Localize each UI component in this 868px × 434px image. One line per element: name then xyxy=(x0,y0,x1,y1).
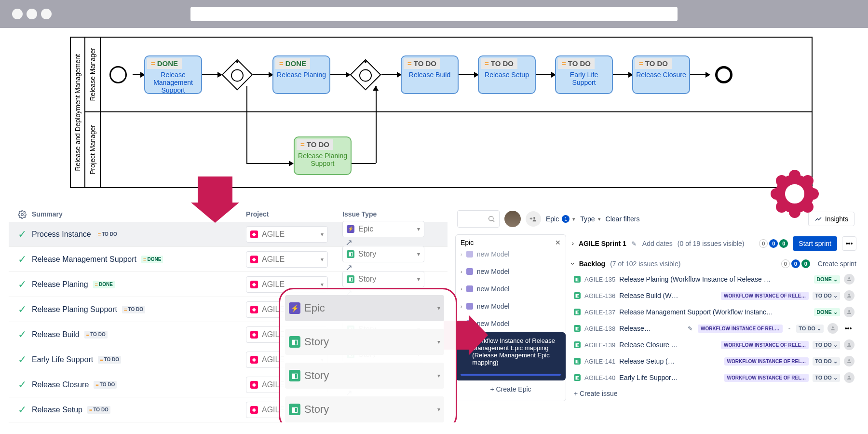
epic-filter[interactable]: Epic 1 ▾ xyxy=(546,215,575,223)
chevron-right-icon[interactable]: › xyxy=(572,240,574,247)
status-pill[interactable]: DONE ⌄ xyxy=(814,308,840,316)
pencil-icon[interactable]: ✎ xyxy=(631,240,637,247)
issue-type-select-zoom[interactable]: ◧Story▾ xyxy=(285,396,444,422)
issue-title: Release Closure … xyxy=(619,341,717,349)
epic-lozenge[interactable]: WORKFLOW INSTANCE OF REL… xyxy=(724,357,809,366)
status-chip: DONE xyxy=(275,58,310,69)
issuetype-icon: ◧ xyxy=(289,370,300,381)
status-pill[interactable]: TO DO ⌄ xyxy=(796,325,824,333)
close-icon[interactable]: ✕ xyxy=(555,239,561,246)
status-chip: TO DO xyxy=(404,58,440,69)
assignee-avatar[interactable] xyxy=(844,307,854,317)
issue-type-select[interactable]: ⚡Epic▾ xyxy=(342,221,424,237)
issue-title: Early Life Suppor… xyxy=(619,374,720,381)
issue-key: AGILE-139 xyxy=(584,341,615,349)
backlog-title[interactable]: Backlog xyxy=(579,260,605,268)
backlog-issue-row[interactable]: ◧AGILE-138Release…✎WORKFLOW INSTANCE OF … xyxy=(572,320,856,337)
url-bar[interactable] xyxy=(190,7,678,21)
epic-item[interactable]: ›new Model xyxy=(456,263,566,280)
status-chip: TO DO xyxy=(122,306,145,313)
add-dates[interactable]: Add dates xyxy=(642,240,673,247)
assignee-avatar[interactable] xyxy=(827,323,838,334)
create-sprint-button[interactable]: Create sprint xyxy=(818,260,856,268)
backlog-issue-row[interactable]: ◧AGILE-135Release Planing (Workflow Inst… xyxy=(572,271,856,287)
row-summary: Process Instance xyxy=(32,230,91,239)
assignee-avatar[interactable] xyxy=(844,339,854,350)
chevron-down-icon[interactable]: › xyxy=(569,263,577,265)
start-sprint-button[interactable]: Start sprint xyxy=(793,236,837,251)
table-row[interactable]: ✓Release Management SupportDONE◆AGILE▾◧S… xyxy=(9,247,448,272)
search-input[interactable] xyxy=(457,210,500,228)
type-filter[interactable]: Type▾ xyxy=(580,215,600,223)
issue-type-select-zoom[interactable]: ◧Story▾ xyxy=(285,363,444,389)
issuetype-icon: ◧ xyxy=(347,250,354,258)
lane-label: Release Manager xyxy=(89,48,96,101)
lane-release-manager: Release Manager DONE Release Management … xyxy=(85,38,812,112)
epic-item[interactable]: ›new Model xyxy=(456,298,566,315)
backlog-issue-row[interactable]: ◧AGILE-141Release Setup (…WORKFLOW INSTA… xyxy=(572,353,856,369)
project-select[interactable]: ◆AGILE▾ xyxy=(246,226,328,243)
pool-title: Release and Deployment Management xyxy=(71,38,85,187)
backlog-issue-row[interactable]: ◧AGILE-140Early Life Suppor…WORKFLOW INS… xyxy=(572,369,856,386)
add-people-button[interactable] xyxy=(526,211,541,227)
backlog-issue-row[interactable]: ◧AGILE-139Release Closure …WORKFLOW INST… xyxy=(572,337,856,353)
assignee-avatar[interactable] xyxy=(844,356,854,366)
epic-item[interactable]: ›new Model xyxy=(456,250,566,263)
issue-title: Release Build (W… xyxy=(619,292,717,299)
issue-key: AGILE-138 xyxy=(584,325,615,332)
more-icon[interactable]: ••• xyxy=(842,236,856,251)
task-release-mgmt-support[interactable]: DONE Release Management Support xyxy=(144,55,202,94)
task-release-closure[interactable]: TO DO Release Closure xyxy=(632,55,690,94)
issue-type-select-zoom[interactable]: ⚡Epic▾ xyxy=(285,295,444,321)
assignee-avatar[interactable] xyxy=(844,274,854,285)
task-release-planing[interactable]: DONE Release Planing xyxy=(272,55,330,94)
check-icon: ✓ xyxy=(13,379,32,391)
issue-title: Release Setup (… xyxy=(619,357,720,365)
status-pill[interactable]: DONE ⌄ xyxy=(814,275,840,284)
issuetype-icon: ◧ xyxy=(574,276,581,283)
task-early-life-support[interactable]: TO DO Early Life Support xyxy=(555,55,613,94)
assignee-avatar[interactable] xyxy=(844,290,854,301)
gear-icon[interactable] xyxy=(13,210,32,219)
issue-type-select-zoom[interactable]: ◧Story▾ xyxy=(285,329,444,355)
issue-type-select[interactable]: ◧Story▾ xyxy=(342,271,424,287)
status-pill[interactable]: TO DO ⌄ xyxy=(813,341,840,349)
backlog-issue-row[interactable]: ◧AGILE-136Release Build (W…WORKFLOW INST… xyxy=(572,287,856,304)
create-issue-button[interactable]: + Create issue xyxy=(572,386,856,401)
issue-count-badges: 000 xyxy=(759,239,788,248)
project-icon: ◆ xyxy=(250,331,258,339)
epic-color-icon xyxy=(466,285,473,292)
task-release-planing-support[interactable]: TO DO Release Planing Support xyxy=(294,136,352,175)
epic-lozenge[interactable]: WORKFLOW INSTANCE OF REL… xyxy=(724,374,809,382)
check-icon: ✓ xyxy=(13,404,32,416)
sprint-name[interactable]: AGILE Sprint 1 xyxy=(579,240,626,247)
status-chip: TO DO xyxy=(96,231,119,238)
epic-item[interactable]: ›new Model xyxy=(456,280,566,298)
status-pill[interactable]: TO DO ⌄ xyxy=(813,374,840,382)
project-icon: ◆ xyxy=(250,406,258,414)
issue-key: AGILE-140 xyxy=(584,374,615,381)
project-select[interactable]: ◆AGILE▾ xyxy=(246,251,328,268)
create-epic-button[interactable]: + Create Epic xyxy=(456,380,566,398)
more-icon[interactable]: ••• xyxy=(842,323,854,334)
epic-lozenge[interactable]: WORKFLOW INSTANCE OF RELE… xyxy=(721,292,809,300)
status-pill[interactable]: TO DO ⌄ xyxy=(813,292,840,300)
status-chip: TO DO xyxy=(558,58,595,69)
issue-type-select[interactable]: ◧Story▾ xyxy=(342,246,424,262)
issue-key: AGILE-137 xyxy=(584,309,615,316)
clear-filters[interactable]: Clear filters xyxy=(606,215,640,223)
project-icon: ◆ xyxy=(250,356,258,364)
backlog-issue-row[interactable]: ◧AGILE-137Release Management Support (Wo… xyxy=(572,304,856,320)
bpmn-pool: Release and Deployment Management Releas… xyxy=(70,37,813,188)
status-pill[interactable]: TO DO ⌄ xyxy=(813,357,840,366)
backlog-visible: (7 of 102 issues visible) xyxy=(610,260,680,268)
assignee-avatar[interactable] xyxy=(844,372,854,383)
epic-lozenge[interactable]: WORKFLOW INSTANCE OF RELE… xyxy=(721,341,809,349)
task-release-setup[interactable]: TO DO Release Setup xyxy=(478,55,536,94)
task-release-build[interactable]: TO DO Release Build xyxy=(401,55,459,94)
pencil-icon[interactable]: ✎ xyxy=(688,325,693,332)
status-chip: DONE xyxy=(93,281,115,288)
epic-lozenge[interactable]: WORKFLOW INSTANCE OF REL… xyxy=(698,325,783,333)
user-avatar[interactable] xyxy=(504,211,521,227)
table-row[interactable]: ✓Process InstanceTO DO◆AGILE▾⚡Epic▾↗ xyxy=(9,222,448,247)
